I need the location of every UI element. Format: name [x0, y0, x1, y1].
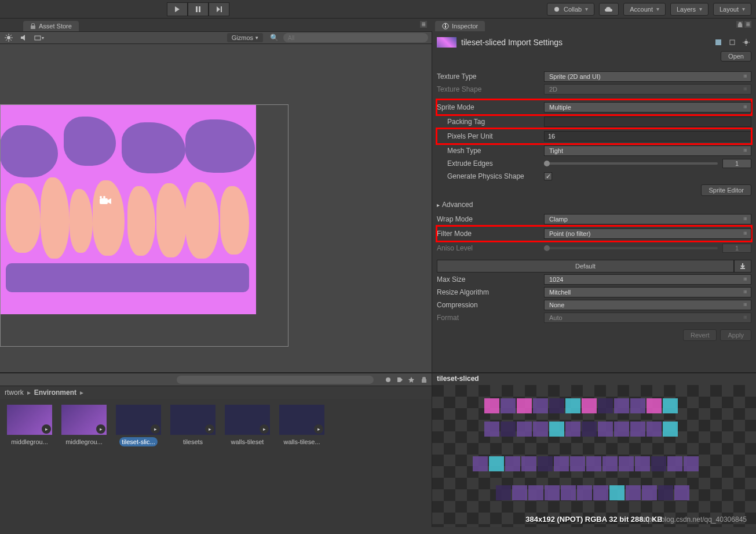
asset-item[interactable]: tileset-slic...	[115, 405, 162, 446]
asset-grid: middlegrou... middlegrou... tileset-slic…	[0, 399, 432, 527]
texture-type-dropdown[interactable]: Sprite (2D and UI)	[544, 71, 751, 82]
svg-rect-1	[199, 6, 200, 12]
highlight-filter-mode: Filter Mode Point (no filter)	[437, 226, 751, 241]
account-dropdown[interactable]: Account	[623, 3, 666, 16]
fx-icon[interactable]: ▾	[34, 32, 44, 43]
svg-rect-12	[715, 39, 721, 45]
aniso-level-slider: 1	[544, 244, 751, 253]
svg-rect-2	[221, 6, 222, 12]
svg-point-10	[100, 196, 102, 198]
wrap-mode-label: Wrap Mode	[437, 215, 544, 223]
viewport-toolbar: ▾ Gizmos 🔍	[0, 31, 432, 44]
texture-shape-dropdown: 2D	[544, 84, 751, 95]
preview-area[interactable]: 384x192 (NPOT) RGBA 32 bit 288.0 KB	[432, 385, 756, 527]
resize-algorithm-dropdown[interactable]: Mitchell	[544, 287, 751, 297]
asset-item[interactable]: tilesets	[169, 405, 217, 446]
platform-tabs: Default	[437, 260, 751, 273]
extrude-edges-slider[interactable]: 1	[544, 159, 751, 168]
platform-download-icon[interactable]	[734, 260, 751, 273]
gizmos-dropdown[interactable]: Gizmos	[227, 33, 263, 42]
object-thumbnail	[437, 37, 456, 48]
info-icon	[442, 23, 449, 30]
asset-item[interactable]: middlegrou...	[6, 405, 53, 446]
project-toolbar	[0, 373, 432, 386]
advanced-foldout[interactable]: Advanced	[437, 201, 751, 209]
settings-icon[interactable]	[741, 37, 751, 48]
packing-tag-input[interactable]	[544, 117, 751, 127]
format-dropdown: Auto	[544, 313, 751, 323]
generate-physics-checkbox[interactable]	[544, 172, 552, 180]
sprite-mode-dropdown[interactable]: Multiple	[544, 102, 751, 112]
layout-dropdown[interactable]: Layout	[713, 3, 751, 16]
texture-shape-label: Texture Shape	[437, 85, 544, 93]
cloud-button[interactable]	[599, 3, 619, 16]
lighting-icon[interactable]	[3, 32, 14, 43]
camera-icon	[97, 196, 112, 206]
extrude-edges-label: Extrude Edges	[447, 159, 544, 168]
breadcrumb: rtwork Environment	[0, 386, 432, 399]
favorite-icon[interactable]	[406, 375, 417, 385]
mesh-type-dropdown[interactable]: Tight	[544, 146, 751, 156]
asset-item[interactable]: walls-tilese...	[278, 405, 326, 446]
project-search-input[interactable]	[177, 376, 374, 384]
max-size-label: Max Size	[437, 275, 544, 284]
step-button[interactable]	[209, 2, 229, 16]
scene-viewport[interactable]	[0, 44, 432, 372]
revert-button[interactable]: Revert	[683, 329, 717, 341]
filter-mode-dropdown[interactable]: Point (no filter)	[544, 228, 751, 239]
asset-item[interactable]: walls-tileset	[224, 405, 271, 446]
packing-tag-label: Packing Tag	[447, 118, 544, 126]
aniso-level-label: Aniso Level	[437, 244, 544, 252]
prefab-icon[interactable]	[713, 37, 724, 48]
panel-menu-icon[interactable]: ≡	[744, 21, 751, 28]
lock-panel-icon[interactable]	[736, 21, 743, 28]
filter-type-icon[interactable]	[383, 375, 393, 385]
platform-tab-default[interactable]: Default	[437, 260, 734, 273]
max-size-dropdown[interactable]: 1024	[544, 274, 751, 285]
pixels-per-unit-label: Pixels Per Unit	[447, 132, 544, 140]
open-button[interactable]: Open	[721, 51, 751, 61]
svg-rect-8	[35, 36, 41, 40]
inspector-panel: tileset-sliced Import Settings Open Text…	[432, 31, 756, 372]
tab-inspector[interactable]: Inspector	[435, 21, 485, 31]
texture-type-label: Texture Type	[437, 72, 544, 81]
asset-item[interactable]: middlegrou...	[60, 405, 108, 446]
format-label: Format	[437, 314, 544, 322]
svg-point-7	[7, 36, 10, 39]
breadcrumb-artwork[interactable]: rtwork	[5, 388, 24, 397]
watermark-text: https://blog.csdn.net/qq_40306845	[640, 515, 747, 524]
compression-dropdown[interactable]: None	[544, 300, 751, 310]
select-icon[interactable]	[727, 37, 737, 48]
filter-label-icon[interactable]	[395, 375, 405, 385]
apply-button[interactable]: Apply	[720, 329, 751, 341]
audio-icon[interactable]	[19, 32, 29, 43]
play-button[interactable]	[167, 2, 188, 16]
sprite-editor-button[interactable]: Sprite Editor	[701, 184, 751, 196]
svg-rect-5	[445, 26, 446, 28]
collab-dropdown[interactable]: Collab	[547, 3, 594, 16]
svg-rect-0	[196, 6, 198, 12]
object-title: tileset-sliced Import Settings	[461, 38, 563, 47]
lock-icon	[421, 377, 427, 383]
panel-options-icon[interactable]: ≡	[420, 21, 427, 28]
filter-mode-label: Filter Mode	[437, 230, 544, 238]
viewport-search-input[interactable]	[283, 33, 428, 42]
highlight-ppu: Pixels Per Unit	[437, 129, 751, 144]
pixels-per-unit-input[interactable]	[544, 131, 751, 141]
lock-icon	[30, 23, 36, 29]
tab-asset-store[interactable]: Asset Store	[23, 21, 79, 31]
svg-rect-13	[730, 40, 735, 45]
svg-point-15	[386, 377, 390, 382]
pause-button[interactable]	[188, 2, 209, 16]
preview-title: tileset-sliced	[432, 373, 756, 385]
svg-point-3	[554, 7, 559, 12]
compression-label: Compression	[437, 301, 544, 309]
play-controls	[167, 2, 229, 16]
breadcrumb-environment[interactable]: Environment	[34, 388, 76, 397]
wrap-mode-dropdown[interactable]: Clamp	[544, 214, 751, 224]
layers-dropdown[interactable]: Layers	[670, 3, 708, 16]
top-toolbar: Collab Account Layers Layout	[0, 0, 756, 19]
svg-rect-6	[445, 24, 446, 25]
highlight-sprite-mode: Sprite Mode Multiple	[437, 100, 751, 115]
svg-point-11	[103, 196, 105, 198]
